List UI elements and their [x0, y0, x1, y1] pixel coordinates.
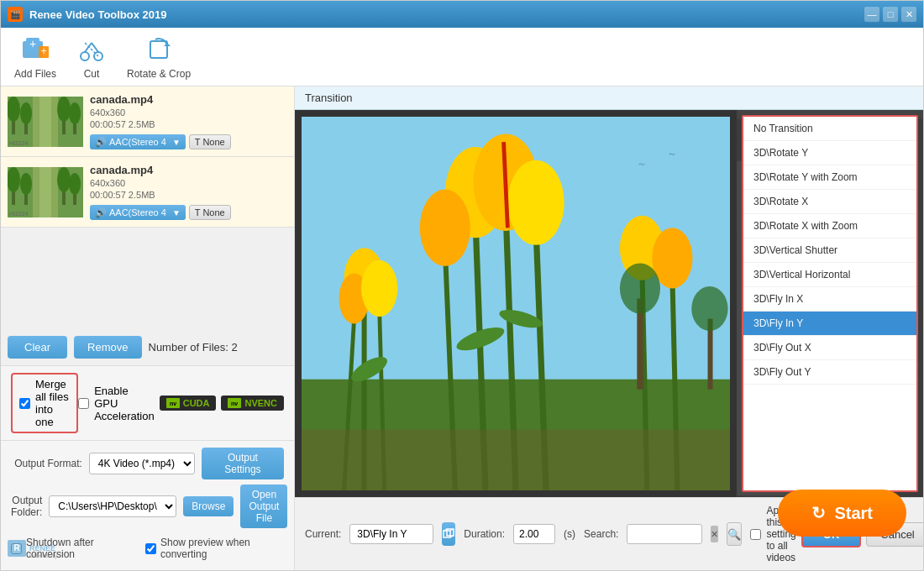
- svg-rect-74: [302, 430, 730, 490]
- start-button[interactable]: ↻ Start: [778, 490, 906, 537]
- file-thumbnail: HI2224: [8, 97, 83, 147]
- merge-label: Merge all files into one: [35, 378, 70, 428]
- svg-point-53: [361, 260, 397, 317]
- output-settings-button[interactable]: Output Settings: [202, 448, 284, 479]
- text-button[interactable]: T None: [189, 134, 231, 149]
- transition-list: No Transition3D\Rotate Y3D\Rotate Y with…: [743, 117, 916, 490]
- svg-text:+: +: [29, 37, 36, 50]
- file-duration-size: 00:00:57 2.5MB: [90, 119, 287, 129]
- merge-checkbox[interactable]: [19, 398, 30, 409]
- gpu-checkbox[interactable]: [78, 398, 89, 409]
- browse-button[interactable]: Browse: [183, 496, 234, 516]
- settings-area: Merge all files into one Enable GPU Acce…: [1, 365, 294, 440]
- remove-button[interactable]: Remove: [74, 336, 141, 359]
- output-folder-select[interactable]: C:\Users\HP\Desktop\: [49, 495, 176, 517]
- transition-list-item[interactable]: 3D\Vertical Horizontal: [743, 263, 916, 287]
- transition-list-item[interactable]: 3D\Fly Out X: [743, 336, 916, 360]
- content-area: HI2224 canada.mp4 640x360 00:00:57 2.5MB…: [1, 86, 923, 570]
- text-label: None: [202, 207, 224, 217]
- transition-list-item[interactable]: 3D\Rotate X with Zoom: [743, 214, 916, 238]
- audio-button[interactable]: 🔊 AAC(Stereo 4 ▼: [90, 205, 186, 220]
- svg-point-30: [20, 173, 32, 195]
- svg-point-18: [20, 102, 32, 124]
- open-output-button[interactable]: Open Output File: [240, 485, 287, 528]
- gpu-area: Enable GPU Acceleration nv CUDA nv NVENC: [78, 385, 284, 422]
- svg-point-32: [57, 167, 71, 192]
- audio-label: AAC(Stereo 4: [109, 207, 166, 217]
- svg-point-22: [69, 102, 81, 124]
- cut-icon: [76, 34, 107, 65]
- apply-all-checkbox[interactable]: [750, 529, 761, 540]
- title-bar: 🎬 Renee Video Toolbox 2019 — □ ✕: [1, 1, 923, 28]
- transition-list-item[interactable]: 3D\Rotate Y: [743, 141, 916, 165]
- audio-button[interactable]: 🔊 AAC(Stereo 4 ▼: [90, 134, 186, 149]
- window-controls: — □ ✕: [864, 7, 916, 22]
- svg-point-61: [420, 190, 470, 266]
- svg-text:+: +: [41, 45, 47, 57]
- text-icon: T: [195, 137, 201, 147]
- svg-line-8: [92, 43, 98, 52]
- maximize-button[interactable]: □: [883, 7, 898, 22]
- svg-point-20: [57, 97, 71, 122]
- audio-label: AAC(Stereo 4: [109, 137, 166, 147]
- output-format-row: Output Format: 4K Video (*.mp4) Output S…: [11, 448, 284, 479]
- minimize-button[interactable]: —: [864, 7, 879, 22]
- file-name: canada.mp4: [90, 164, 287, 176]
- svg-text:R: R: [13, 543, 20, 553]
- file-duration-size: 00:00:57 2.5MB: [90, 190, 287, 200]
- file-info: canada.mp4 640x360 00:00:57 2.5MB 🔊 AAC(…: [90, 93, 287, 149]
- gpu-label: Enable GPU Acceleration: [94, 385, 155, 422]
- rotate-crop-icon: [144, 34, 174, 65]
- search-clear-button[interactable]: ✕: [711, 526, 718, 542]
- dialog-title: Transition: [305, 92, 353, 104]
- transition-list-item[interactable]: 3D\Vertical Shutter: [743, 238, 916, 263]
- current-value-input[interactable]: [349, 524, 433, 544]
- svg-text:RENEE: RENEE: [29, 544, 55, 553]
- app-title: Renee Video Toolbox 2019: [29, 8, 864, 21]
- transition-list-item[interactable]: 3D\Fly Out Y: [743, 360, 916, 385]
- transition-list-item[interactable]: 3D\Fly In Y: [743, 312, 916, 336]
- svg-text:Laboratory: Laboratory: [29, 553, 58, 559]
- dialog-title-bar: Transition: [295, 86, 923, 110]
- start-icon: ↻: [811, 503, 826, 523]
- svg-point-5: [81, 52, 89, 60]
- file-controls: 🔊 AAC(Stereo 4 ▼ T None: [90, 205, 287, 220]
- duration-input[interactable]: [513, 524, 555, 544]
- start-label: Start: [834, 504, 873, 523]
- svg-text:HI2224: HI2224: [9, 211, 29, 217]
- text-icon: T: [195, 207, 201, 217]
- audio-dropdown-arrow: ▼: [172, 138, 181, 147]
- transition-list-item[interactable]: 3D\Rotate Y with Zoom: [743, 165, 916, 190]
- search-input[interactable]: [627, 524, 702, 544]
- rotate-crop-label: Rotate & Crop: [127, 68, 191, 80]
- transition-list-item[interactable]: 3D\Fly In X: [743, 287, 916, 312]
- transition-list-item[interactable]: 3D\Rotate X: [743, 190, 916, 214]
- toolbar: + + Add Files Cut: [1, 28, 923, 86]
- cuda-badge: nv CUDA: [160, 396, 217, 411]
- add-files-label: Add Files: [14, 68, 56, 80]
- merge-checkbox-label[interactable]: Merge all files into one: [11, 373, 78, 433]
- svg-rect-10: [150, 41, 167, 58]
- svg-rect-14: [39, 97, 51, 147]
- transition-list-item[interactable]: No Transition: [743, 117, 916, 141]
- add-files-icon: + +: [20, 34, 50, 65]
- file-count-label: Number of Files: 2: [149, 341, 238, 354]
- rotate-crop-button[interactable]: Rotate & Crop: [127, 34, 191, 80]
- main-window: 🎬 Renee Video Toolbox 2019 — □ ✕ + + Add…: [0, 0, 924, 571]
- search-go-button[interactable]: 🔍: [727, 522, 742, 546]
- cut-button[interactable]: Cut: [76, 34, 107, 80]
- preview-checkbox[interactable]: [145, 543, 156, 554]
- duration-label: Duration:: [464, 528, 505, 540]
- transition-list-wrapper: No Transition3D\Rotate Y3D\Rotate Y with…: [743, 117, 916, 490]
- preview-cube-button[interactable]: [442, 522, 455, 546]
- svg-text:～: ～: [667, 148, 677, 160]
- file-info: canada.mp4 640x360 00:00:57 2.5MB 🔊 AAC(…: [90, 164, 287, 220]
- preview-check-label[interactable]: Show preview when converting: [145, 537, 284, 560]
- file-list: HI2224 canada.mp4 640x360 00:00:57 2.5MB…: [1, 86, 294, 329]
- close-button[interactable]: ✕: [901, 7, 916, 22]
- text-button[interactable]: T None: [189, 205, 231, 220]
- add-files-button[interactable]: + + Add Files: [14, 34, 56, 80]
- output-format-select[interactable]: 4K Video (*.mp4): [89, 453, 195, 474]
- clear-button[interactable]: Clear: [8, 336, 67, 359]
- dialog-content: ～ ～ No Transition3D\Rotate Y3D\Rotate Y …: [295, 110, 923, 497]
